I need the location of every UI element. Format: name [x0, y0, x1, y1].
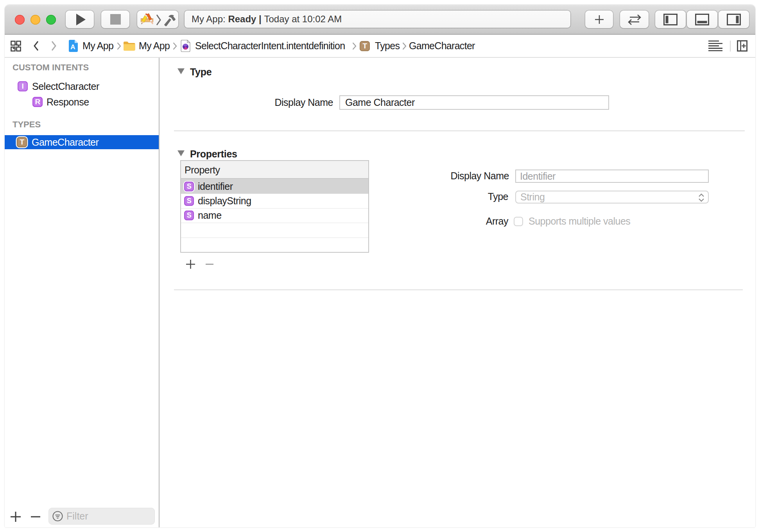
svg-text:A: A [70, 43, 75, 51]
